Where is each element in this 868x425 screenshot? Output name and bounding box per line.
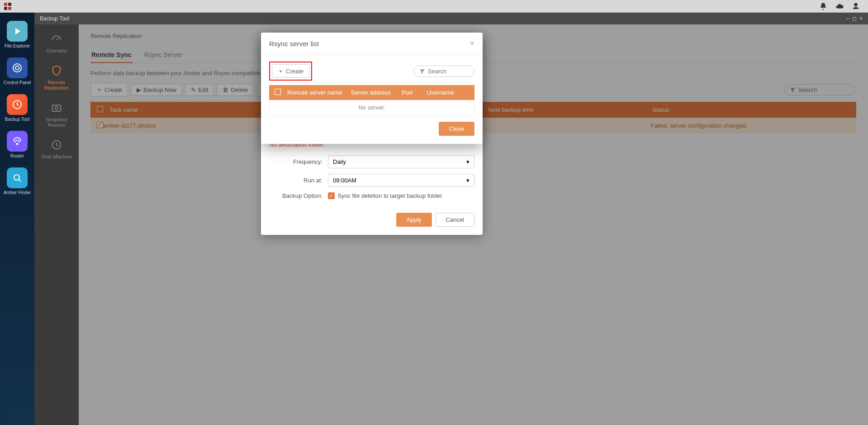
dialog-title: Rsync server list xyxy=(269,40,319,48)
cloud-icon[interactable] xyxy=(835,2,844,10)
shield-icon xyxy=(50,64,63,77)
sync-deletion-checkbox[interactable]: ✓ xyxy=(328,192,335,199)
sidenav-label: Time Machine xyxy=(41,154,72,159)
close-icon[interactable]: × xyxy=(470,39,474,48)
dock-label: Backup Tool xyxy=(5,117,29,122)
col-port: Port xyxy=(402,89,427,96)
sidenav-time-machine[interactable]: Time Machine xyxy=(41,138,72,159)
dialog-search[interactable] xyxy=(413,66,474,77)
sidenav-snapshot-restore[interactable]: Snapshot Restore xyxy=(38,101,75,128)
chevron-down-icon: ▾ xyxy=(466,177,470,184)
sidenav-label: Remote Replication xyxy=(38,80,75,91)
dock-label: Router xyxy=(10,153,24,158)
apps-icon[interactable] xyxy=(3,1,13,11)
window-maximize-icon[interactable]: ◻ xyxy=(852,15,857,22)
apply-button[interactable]: Apply xyxy=(396,213,432,227)
server-table-header: Remote server name Server address Port U… xyxy=(269,85,474,100)
frequency-select[interactable]: Daily▾ xyxy=(328,155,474,168)
empty-state: No server. xyxy=(269,100,474,115)
app-dock: File Explorer Control Panel Backup Tool … xyxy=(0,13,34,425)
svg-rect-3 xyxy=(52,105,61,111)
sidenav-label: Overview xyxy=(46,48,67,53)
svg-point-1 xyxy=(17,143,18,145)
dock-amber-finder[interactable]: Amber Finder xyxy=(4,167,31,195)
dock-label: Amber Finder xyxy=(4,190,31,195)
window-minimize-icon[interactable]: – xyxy=(846,15,849,22)
frequency-label: Frequency: xyxy=(269,158,328,165)
window-title-text: Backup Tool xyxy=(40,15,69,22)
dock-control-panel[interactable]: Control Panel xyxy=(4,57,31,85)
clock-icon xyxy=(50,138,63,151)
server-table: Remote server name Server address Port U… xyxy=(269,85,474,115)
runat-select[interactable]: 09:00AM▾ xyxy=(328,174,474,187)
plus-icon: ＋ xyxy=(278,67,284,75)
dock-backup-tool[interactable]: Backup Tool xyxy=(5,94,29,122)
dock-label: File Explorer xyxy=(5,43,30,48)
dock-router[interactable]: Router xyxy=(7,131,28,158)
dialog-search-input[interactable] xyxy=(428,68,469,75)
backup-option-text: Sync file deletion to target backup fold… xyxy=(337,192,443,199)
user-icon[interactable] xyxy=(852,2,860,10)
backup-option-label: Backup Option: xyxy=(269,192,328,199)
gauge-icon xyxy=(50,33,63,45)
col-server-address: Server address xyxy=(351,89,402,96)
sidenav-remote-replication[interactable]: Remote Replication xyxy=(38,64,75,91)
camera-icon xyxy=(50,101,63,114)
sidenav-label: Snapshot Restore xyxy=(38,117,75,128)
create-server-button[interactable]: ＋Create xyxy=(272,64,309,78)
runat-label: Run at: xyxy=(269,177,328,184)
svg-point-2 xyxy=(14,175,19,180)
dock-file-explorer[interactable]: File Explorer xyxy=(5,21,30,48)
system-menubar xyxy=(0,0,868,13)
cancel-button[interactable]: Cancel xyxy=(436,213,474,227)
window-titlebar: Backup Tool – ◻ × xyxy=(34,13,868,24)
bell-icon[interactable] xyxy=(819,2,827,10)
col-username: Username xyxy=(427,89,469,96)
sidenav: Overview Remote Replication Snapshot Res… xyxy=(34,24,79,425)
create-button-highlight: ＋Create xyxy=(269,62,312,81)
col-server-name: Remote server name xyxy=(287,89,351,96)
rsync-server-list-dialog: Rsync server list × ＋Create Remote serve… xyxy=(261,33,483,144)
svg-point-4 xyxy=(55,107,58,110)
filter-icon xyxy=(419,68,425,74)
chevron-down-icon: ▾ xyxy=(466,158,470,165)
dock-label: Control Panel xyxy=(4,80,31,85)
select-all-servers-checkbox[interactable] xyxy=(275,89,281,95)
close-button[interactable]: Close xyxy=(439,122,474,136)
sidenav-overview[interactable]: Overview xyxy=(46,33,67,53)
window-close-icon[interactable]: × xyxy=(859,15,863,22)
